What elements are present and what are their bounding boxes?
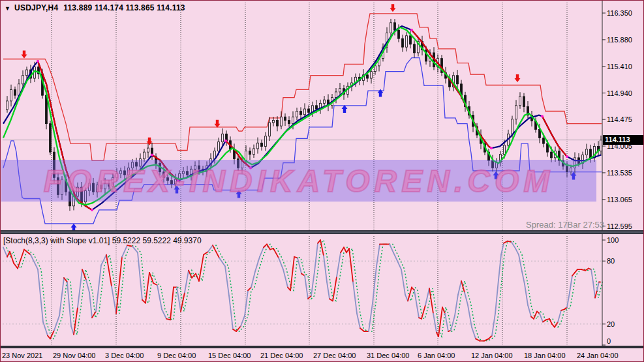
candle-body [281,117,283,126]
price-axis-label: 112.595 [607,222,632,230]
candle-body [218,142,220,151]
candle-body [492,160,494,168]
stoch-main-line [255,257,260,272]
candle-body [112,177,114,186]
stoch-main-line [327,282,330,299]
candle-body [171,181,173,184]
candle-body [187,172,189,175]
candle-body [175,179,177,184]
time-axis-label[interactable]: 24 Jan 04:00 [577,352,619,359]
symbol-timeframe: USDJPY,H4 [14,3,58,12]
price-chart-canvas[interactable]: 116.350115.880115.410114.940114.475114.0… [1,1,644,362]
candle-body [22,76,24,84]
candle-body [198,166,200,169]
candle-body [261,143,263,146]
stoch-main-line [555,322,558,327]
candle-body [61,179,63,194]
candle-body [245,151,247,160]
slope-ma-joint-dot [151,153,153,156]
candle-body [120,171,122,173]
stoch-main-line [177,287,181,311]
green-ma-line [3,27,600,205]
slope-ma-joint-dot [91,209,93,211]
stoch-main-line [305,276,308,299]
candle-body [140,159,142,166]
time-axis-label[interactable]: 12 Jan 04:00 [471,352,513,359]
time-axis-label[interactable]: 18 Jan 04:00 [524,352,566,359]
stoch-main-line [341,247,344,252]
current-price-badge: 114.113 [603,135,644,145]
buy-arrow-icon [378,89,384,97]
stoch-main-line [298,258,301,273]
stoch-main-line [498,255,501,280]
stoch-main-line [248,287,251,290]
candle-body [296,112,298,117]
stoch-main-line [492,314,495,336]
stoch-main-line [18,249,24,268]
candle-body [523,97,525,107]
stoch-main-line [593,282,595,297]
stoch-main-line [501,243,504,255]
stoch-main-line [433,314,437,333]
stoch-main-line [337,252,341,277]
stoch-main-line [489,336,492,339]
price-axis-label: 115.410 [607,63,632,70]
mt4-chart-window: 116.350115.880115.410114.940114.475114.0… [0,0,644,362]
candle-body [194,166,196,169]
candle-body [543,138,545,143]
stoch-main-line [465,293,468,305]
candle-body [375,66,376,72]
stoch-main-line [89,293,92,318]
candle-body [398,30,400,38]
stoch-axis-label: 100 [607,236,619,244]
stoch-main-line [349,249,353,282]
slope-ma-joint-dot [224,140,227,142]
buy-arrow-icon [493,172,499,179]
time-axis-label[interactable]: 6 Jan 04:00 [418,352,455,359]
stoch-main-line [425,288,429,305]
buy-arrow-icon [174,186,180,194]
candle-body [367,75,369,78]
stoch-main-line [241,316,245,326]
time-axis-label[interactable]: 3 Dec 04:00 [105,352,144,359]
panel-divider[interactable] [1,230,644,234]
time-axis-label[interactable]: 21 Dec 04:00 [260,352,303,359]
stoch-main-line [376,244,380,266]
stoch-main-line [369,303,373,331]
candle-body [304,109,306,115]
candle-body [249,151,251,154]
stoch-main-line [185,271,189,293]
buy-arrow-icon [571,172,577,180]
candle-body [147,148,149,152]
stoch-main-line [528,305,531,317]
sell-arrow-icon [515,74,521,82]
time-axis-label[interactable]: 9 Dec 04:00 [157,352,196,359]
candle-body [515,106,517,119]
sell-arrow-icon [215,120,221,128]
candle-body [288,120,290,123]
candle-body [339,89,341,92]
time-axis-label[interactable]: 31 Dec 04:00 [367,352,409,359]
stoch-main-line [264,244,267,247]
candle-body [108,183,110,186]
candle-body [253,149,255,155]
stoch-main-line [24,249,31,254]
stoch-main-line [132,247,138,253]
buy-arrow-icon [342,105,348,113]
ohlc-values: 113.889 114.174 113.865 114.113 [63,3,185,12]
time-axis-label[interactable]: 15 Dec 04:00 [208,352,251,359]
stoch-main-line [445,314,448,331]
candle-body [390,23,392,33]
time-axis-label[interactable]: 23 Nov 2021 [2,352,42,359]
candle-body [85,190,87,202]
time-axis-border [1,346,644,348]
time-axis-label[interactable]: 29 Nov 04:00 [53,352,95,359]
sell-arrow-icon [390,4,396,12]
stoch-main-line [153,283,157,285]
price-axis-label: 113.535 [607,169,632,177]
time-axis-label[interactable]: 27 Dec 04:00 [313,352,356,359]
stoch-main-line [414,290,419,318]
stoch-main-line [558,310,561,322]
stoch-main-line [213,245,219,258]
stoch-main-line [314,243,318,271]
